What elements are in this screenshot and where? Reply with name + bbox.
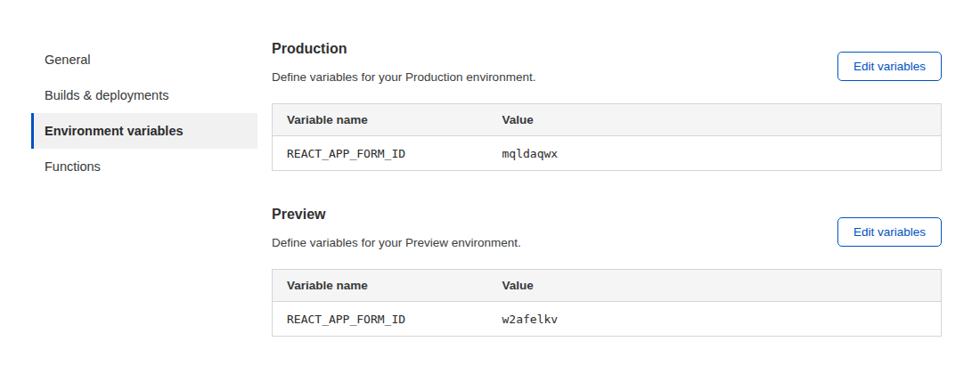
column-header-variable-name: Variable name xyxy=(273,104,488,136)
settings-page: General Builds & deployments Environment… xyxy=(0,0,980,374)
sidebar-item-environment-variables[interactable]: Environment variables xyxy=(31,113,257,149)
preview-section: Preview Define variables for your Previe… xyxy=(272,205,942,337)
production-description: Define variables for your Production env… xyxy=(272,69,535,85)
variable-value-cell: w2afelkv xyxy=(488,302,942,337)
table-header-row: Variable name Value xyxy=(273,104,942,136)
edit-variables-button-preview[interactable]: Edit variables xyxy=(837,217,942,247)
environment-variables-panel: Production Define variables for your Pro… xyxy=(272,39,942,370)
variable-name-cell: REACT_APP_FORM_ID xyxy=(273,302,488,337)
production-header-text: Production Define variables for your Pro… xyxy=(272,39,535,85)
table-row: REACT_APP_FORM_ID mqldaqwx xyxy=(273,136,942,171)
table-row: REACT_APP_FORM_ID w2afelkv xyxy=(273,302,942,337)
sidebar-item-functions[interactable]: Functions xyxy=(31,149,257,184)
production-section: Production Define variables for your Pro… xyxy=(272,39,942,171)
settings-sidebar: General Builds & deployments Environment… xyxy=(31,42,257,184)
production-title: Production xyxy=(272,39,535,59)
variable-value-cell: mqldaqwx xyxy=(488,136,942,171)
production-section-header: Production Define variables for your Pro… xyxy=(272,39,942,85)
sidebar-item-builds-deployments[interactable]: Builds & deployments xyxy=(31,77,257,113)
production-variables-table: Variable name Value REACT_APP_FORM_ID mq… xyxy=(272,103,942,171)
table-header-row: Variable name Value xyxy=(273,270,942,302)
edit-variables-button-production[interactable]: Edit variables xyxy=(837,52,942,81)
preview-description: Define variables for your Preview enviro… xyxy=(272,235,521,251)
column-header-value: Value xyxy=(488,104,942,136)
column-header-variable-name: Variable name xyxy=(273,270,488,302)
preview-section-header: Preview Define variables for your Previe… xyxy=(272,205,942,251)
preview-title: Preview xyxy=(272,205,521,224)
sidebar-item-general[interactable]: General xyxy=(31,42,257,77)
column-header-value: Value xyxy=(488,270,942,302)
preview-header-text: Preview Define variables for your Previe… xyxy=(272,205,521,251)
preview-variables-table: Variable name Value REACT_APP_FORM_ID w2… xyxy=(272,269,942,337)
variable-name-cell: REACT_APP_FORM_ID xyxy=(273,136,488,171)
